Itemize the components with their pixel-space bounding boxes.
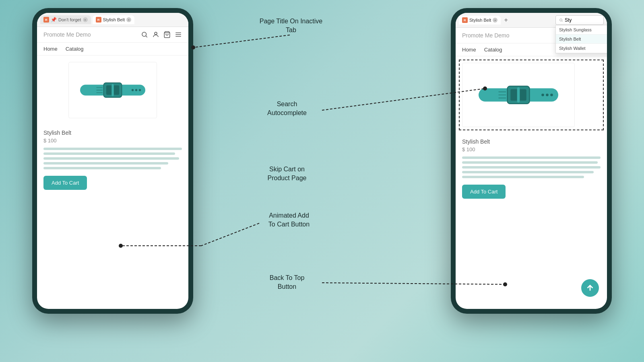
svg-rect-10 (111, 84, 114, 97)
annotation-page-title: Page Title On Inactive Tab (259, 17, 323, 35)
tab-dont-forget[interactable]: R 📌 Don't forget × (40, 15, 91, 24)
search-result-label-belt: Stylish Belt (559, 37, 581, 41)
svg-line-18 (562, 21, 563, 22)
search-result-wallet[interactable]: Stylish Wallet (556, 44, 607, 53)
svg-point-37 (541, 94, 544, 97)
svg-point-17 (560, 19, 562, 21)
product-info-right: Stylish Belt $ 100 Add To Cart (456, 134, 607, 204)
tab-close-stylish-belt-right[interactable]: × (493, 18, 497, 23)
annotation-search-autocomplete: SearchAutocomplete (255, 100, 319, 118)
nav-catalog-right[interactable]: Catalog (484, 47, 502, 53)
annotation-skip-cart: Skip Cart onProduct Page (255, 165, 319, 183)
svg-line-44 (193, 35, 290, 47)
tab-label-dont-forget: Don't forget (58, 17, 81, 22)
search-autocomplete-dropdown: Stylish Sunglass Stylish Belt (555, 25, 607, 53)
search-input-right[interactable]: Sty (555, 15, 604, 25)
desc-line-3-left (43, 157, 179, 160)
annotation-animated-cart: Animated AddTo Cart Button (255, 211, 323, 229)
tab-plus-button[interactable]: + (504, 16, 508, 24)
desc-line-5-left (43, 167, 161, 169)
svg-point-12 (135, 89, 137, 91)
product-image-box-right (462, 63, 575, 127)
left-phone: R 📌 Don't forget × R Stylish Belt × Prom… (32, 8, 193, 314)
product-image-container-left (37, 56, 188, 125)
product-price-right: $ 100 (462, 146, 601, 152)
search-result-label-wallet: Stylish Wallet (559, 46, 586, 51)
product-image-box-left (68, 62, 157, 118)
r-icon-left: R (96, 17, 101, 23)
svg-point-11 (132, 89, 134, 91)
tab-stylish-belt-right[interactable]: R Stylish Belt × (459, 16, 501, 25)
annotation-back-to-top: Back To TopButton (255, 274, 319, 292)
nav-home-left[interactable]: Home (43, 46, 58, 52)
search-icon-right (559, 18, 563, 22)
desc-line-4-right (462, 171, 594, 173)
site-nav-left: Home Catalog (37, 43, 188, 56)
svg-point-38 (546, 94, 549, 97)
belt-image-left (76, 72, 149, 108)
product-info-left: Stylish Belt $ 100 Add To Cart (37, 125, 188, 195)
svg-line-1 (146, 36, 147, 37)
desc-line-3-right (462, 166, 601, 169)
product-title-right: Stylish Belt (462, 138, 601, 145)
product-title-left: Stylish Belt (43, 130, 182, 136)
svg-point-2 (155, 32, 157, 35)
desc-line-2-left (43, 152, 175, 155)
search-value-right: Sty (565, 17, 572, 23)
search-result-sunglasses[interactable]: Stylish Sunglass (556, 25, 607, 35)
desc-line-2-right (462, 161, 598, 164)
search-result-belt[interactable]: Stylish Belt (556, 35, 607, 44)
arrow-up-icon (586, 284, 594, 292)
cart-icon-left[interactable] (163, 31, 171, 38)
svg-line-48 (201, 223, 259, 246)
user-icon-left[interactable] (152, 31, 159, 38)
header-icons-left (141, 31, 182, 38)
add-to-cart-button-left[interactable]: Add To Cart (43, 176, 87, 190)
desc-line-1-left (43, 148, 182, 150)
nav-home-right[interactable]: Home (462, 47, 476, 53)
tab-stylish-belt-left[interactable]: R Stylish Belt × (93, 15, 134, 24)
back-to-top-button[interactable] (581, 279, 599, 297)
belt-image-right (474, 75, 563, 115)
r-icon-right: R (462, 17, 468, 23)
desc-line-4-left (43, 162, 168, 165)
product-image-container-right (456, 56, 607, 134)
browser-chrome-left: R 📌 Don't forget × R Stylish Belt × (37, 13, 188, 27)
pin-emoji: 📌 (51, 17, 57, 23)
browser-chrome-right: R Stylish Belt × + Sty Stylish Sunglass (456, 13, 607, 28)
tab-close-stylish-belt-left[interactable]: × (126, 17, 131, 22)
desc-lines-right (462, 156, 601, 178)
tab-label-stylish-belt-left: Stylish Belt (103, 17, 125, 22)
pin-icon: R (43, 17, 49, 23)
search-container-right[interactable]: Sty Stylish Sunglass Stylish B (555, 15, 604, 25)
product-price-left: $ 100 (43, 138, 182, 144)
svg-point-39 (550, 94, 553, 97)
site-logo-left: Promote Me Demo (43, 31, 91, 38)
desc-lines-left (43, 148, 182, 169)
svg-point-0 (142, 32, 147, 37)
site-header-left: Promote Me Demo (37, 27, 188, 43)
svg-point-13 (139, 89, 141, 91)
desc-line-1-right (462, 156, 601, 159)
right-phone-screen: R Stylish Belt × + Sty Stylish Sunglass (456, 13, 607, 309)
right-phone: R Stylish Belt × + Sty Stylish Sunglass (451, 8, 612, 314)
tab-label-stylish-belt-right: Stylish Belt (469, 18, 491, 23)
svg-rect-36 (517, 87, 520, 102)
site-logo-right: Promote Me Demo (462, 32, 509, 39)
menu-icon-left[interactable] (175, 31, 182, 38)
search-icon-left[interactable] (141, 31, 148, 38)
search-result-label-sunglasses: Stylish Sunglass (559, 27, 592, 32)
desc-line-5-right (462, 176, 584, 178)
tab-close-dont-forget[interactable]: × (83, 17, 88, 22)
add-to-cart-button-right[interactable]: Add To Cart (462, 185, 506, 199)
nav-catalog-left[interactable]: Catalog (66, 46, 84, 52)
left-phone-screen: R 📌 Don't forget × R Stylish Belt × Prom… (37, 13, 188, 309)
